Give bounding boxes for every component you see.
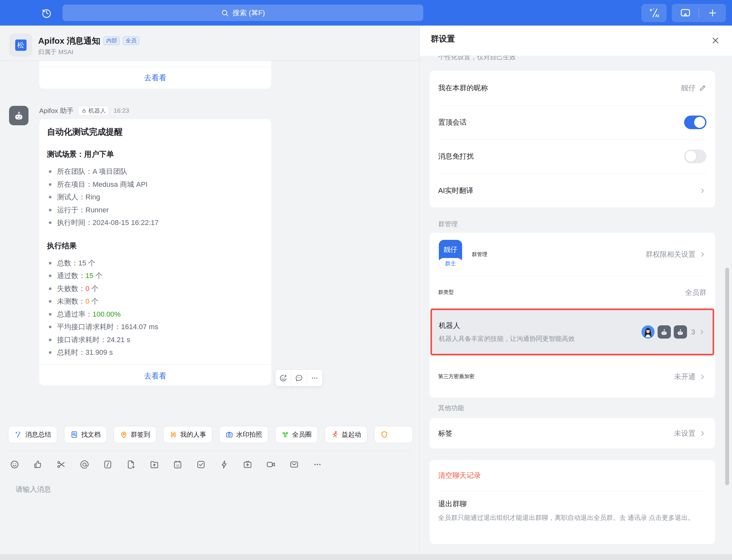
nickname-value: 靓仔 [681, 83, 695, 93]
chevron-right-icon [698, 328, 706, 336]
chip-message-summary[interactable]: 消息总结 [8, 426, 57, 443]
bots-count: 3 [691, 328, 695, 336]
new-doc-icon[interactable] [126, 460, 136, 469]
message-time: 16:23 [114, 107, 129, 114]
quit-group-block: 退出群聊 全员群只能通过退出组织才能退出群聊，离职自动退出全员群。去 通讯录 点… [438, 491, 706, 523]
slash-command-icon[interactable] [103, 460, 113, 469]
badge-all-members: 全员 [123, 37, 139, 45]
chevron-right-icon [699, 251, 706, 258]
list-item: 测试人：Ring [47, 191, 264, 204]
chip-find-docs[interactable]: 找文档 [64, 426, 107, 443]
ai-translate-row[interactable]: AI实时翻译 [438, 174, 706, 208]
emoji-icon[interactable] [10, 460, 19, 469]
nickname-row[interactable]: 我在本群的昵称 靓仔 [438, 71, 706, 105]
list-item: 执行时间：2024-08-15 16:22:17 [47, 216, 264, 229]
previous-message-card: 去看看 [39, 61, 271, 89]
upload-folder-icon[interactable] [150, 460, 159, 469]
search-input[interactable]: 搜索 (⌘F) [62, 5, 423, 21]
message-hover-toolbar [275, 369, 323, 386]
go-see-link[interactable]: 去看看 [39, 364, 271, 387]
group-type-value: 全员群 [685, 288, 706, 297]
chip-partial[interactable] [374, 426, 413, 443]
chat-column: 松 Apifox 消息通知 内部 全员 归属于 MSAI 去看看 Apifox … [0, 26, 419, 554]
bot-avatar[interactable] [9, 106, 28, 125]
edit-pencil-icon[interactable] [699, 84, 706, 92]
chevron-right-icon [699, 373, 706, 381]
scene-heading: 测试场景：用户下单 [39, 149, 271, 159]
chip-watermark-photo[interactable]: 水印拍照 [219, 426, 268, 443]
svg-text:15: 15 [176, 464, 179, 467]
thumbs-up-icon[interactable] [33, 460, 43, 469]
section-label-other: 其他功能 [438, 404, 464, 412]
message-card: 自动化测试完成提醒 测试场景：用户下单 所在团队：A 项目团队 所在项目：Med… [39, 119, 271, 386]
bot-member-avatar [658, 325, 671, 339]
chevron-right-icon [699, 430, 706, 437]
ai-assistant-button[interactable]: AI [641, 4, 667, 22]
tag-value: 未设置 [674, 429, 695, 438]
clear-history-button[interactable]: 清空聊天记录 [438, 460, 706, 491]
video-channel-icon[interactable] [243, 460, 253, 469]
chat-subtitle: 归属于 MSAI [38, 48, 73, 56]
history-icon[interactable] [38, 5, 55, 21]
composer-divider [8, 451, 411, 451]
mention-icon[interactable] [80, 460, 89, 469]
quit-group-label: 退出群聊 [438, 499, 706, 509]
list-item: 所在团队：A 项目团队 [47, 165, 264, 178]
search-icon [221, 9, 229, 17]
encryption-value: 未开通 [674, 372, 695, 382]
pin-chat-row: 置顶会话 [438, 105, 706, 140]
video-call-icon[interactable] [266, 460, 276, 469]
result-heading: 执行结果 [39, 241, 271, 251]
more-actions-icon[interactable] [307, 370, 322, 386]
chat-title: Apifox 消息通知 [38, 35, 100, 47]
more-icon[interactable] [313, 460, 322, 469]
chip-all-members-circle[interactable]: 全员圈 [275, 426, 318, 443]
panel-scrollbar[interactable] [725, 268, 729, 485]
shortcut-lightning-icon[interactable] [220, 460, 229, 469]
go-see-link[interactable]: 去看看 [39, 67, 271, 88]
list-item: 所在项目：Medusa 商城 API [47, 178, 264, 191]
group-settings-panel: 群设置 个性化设置，仅对自己生效 我在本群的昵称 靓仔 [419, 26, 732, 554]
pin-chat-toggle[interactable] [684, 116, 706, 129]
danger-zone-card: 清空聊天记录 退出群聊 全员群只能通过退出组织才能退出群聊，离职自动退出全员群。… [429, 460, 715, 544]
screenshot-scissors-icon[interactable] [56, 460, 66, 469]
reply-icon[interactable] [291, 370, 307, 386]
group-type-row: 群类型 全员群 [438, 276, 706, 308]
tag-row[interactable]: 标签 未设置 [438, 418, 706, 449]
list-item: 失败数：0 个 [47, 282, 264, 295]
topbar-actions [672, 4, 726, 22]
mute-row: 消息免打扰 [438, 139, 706, 174]
scene-list: 所在团队：A 项目团队 所在项目：Medusa 商城 API 测试人：Ring … [39, 165, 271, 229]
group-avatar[interactable]: 松 [9, 33, 32, 57]
chevron-right-icon [699, 187, 706, 195]
list-item: 运行于：Runner [47, 204, 264, 217]
task-icon[interactable] [196, 460, 206, 469]
chip-group-checkin[interactable]: 群签到 [114, 426, 156, 443]
personal-settings-card: 我在本群的昵称 靓仔 置顶会话 消息免打扰 AI实 [429, 71, 715, 207]
composer-toolbar: 15 [10, 460, 322, 469]
calendar-icon[interactable]: 15 [173, 460, 183, 469]
encryption-row[interactable]: 第三方密盾加密 未开通 [438, 355, 706, 398]
mail-icon[interactable] [289, 460, 299, 469]
bot-member-avatar [674, 325, 687, 339]
group-manage-row[interactable]: 靓仔 群主 群管理 群权限相关设置 [438, 233, 706, 276]
svg-text:AI: AI [655, 14, 659, 18]
quit-group-description: 全员群只能通过退出组织才能退出群聊，离职自动退出全员群。去 通讯录 点击更多退出… [438, 513, 704, 523]
message-input[interactable]: 请输入消息 [16, 485, 51, 494]
bot-badge: 机器人 [78, 106, 109, 116]
list-item: 未测数：0 个 [47, 295, 264, 308]
mute-toggle[interactable] [684, 150, 706, 163]
quick-action-chips: 消息总结 找文档 群签到 我 [8, 426, 413, 443]
screen-share-icon[interactable] [672, 4, 699, 22]
chip-my-hr[interactable]: 我的人事 [163, 426, 212, 443]
badge-internal: 内部 [104, 37, 120, 45]
member-avatar [641, 325, 655, 339]
list-item: 平均接口请求耗时：1614.07 ms [47, 320, 264, 333]
add-reaction-icon[interactable] [276, 370, 291, 386]
close-icon[interactable] [708, 33, 723, 48]
list-item: 接口请求耗时：24.21 s [47, 333, 264, 346]
chip-exercise[interactable]: 益起动 [325, 426, 367, 443]
new-chat-plus-icon[interactable] [699, 4, 726, 22]
bots-row-highlighted[interactable]: 机器人 机器人具备丰富的技能，让沟通协同更智能高效 [430, 308, 714, 355]
window-bottom-edge [0, 554, 732, 560]
